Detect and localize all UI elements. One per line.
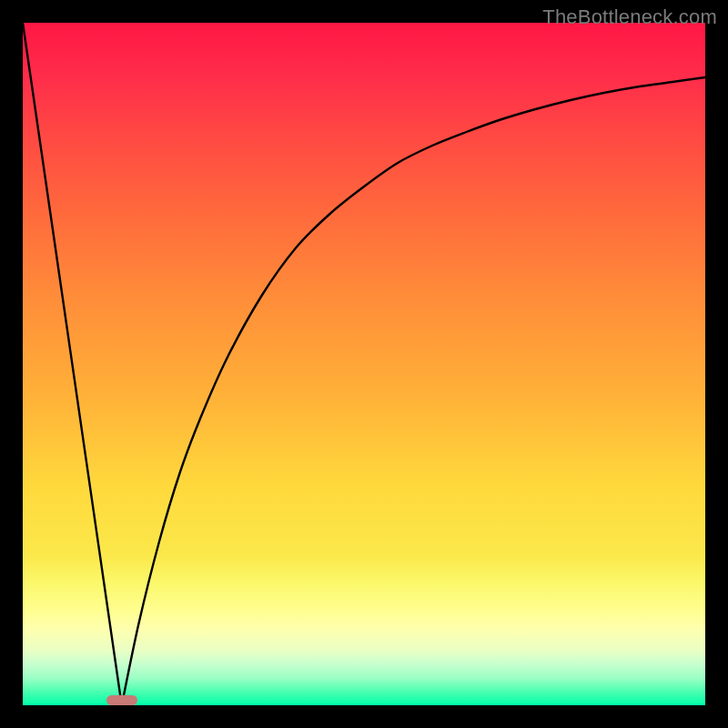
plot-area [23,23,705,705]
bottleneck-curve [23,23,705,705]
watermark-text: TheBottleneck.com [542,5,717,29]
chart-frame: TheBottleneck.com [0,0,728,728]
optimal-marker [106,695,138,705]
